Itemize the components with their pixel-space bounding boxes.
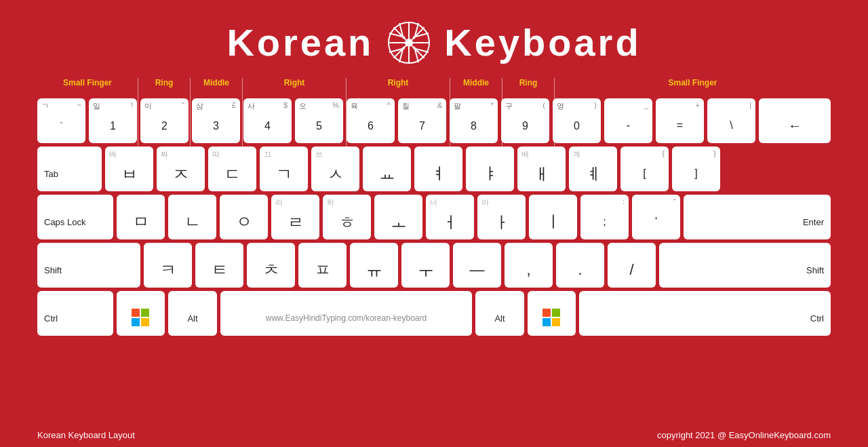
key-quote[interactable]: " ' — [632, 195, 680, 239]
key-ctrl-right[interactable]: Ctrl — [579, 291, 831, 336]
key-win-right[interactable] — [528, 291, 576, 336]
key-0[interactable]: 영) 0 — [553, 98, 601, 143]
footer-left: Korean Keyboard Layout — [37, 430, 135, 440]
key-o[interactable]: 배 ㅐ — [517, 147, 566, 191]
svg-line-9 — [394, 45, 406, 58]
key-k[interactable]: 아 ㅏ — [477, 195, 526, 239]
key-y[interactable]: ㅛ — [363, 147, 411, 191]
key-q[interactable]: 배 ㅂ — [105, 147, 153, 191]
svg-rect-20 — [132, 318, 140, 326]
key-j[interactable]: 너 ㅓ — [426, 195, 474, 239]
key-w[interactable]: 짜 ㅈ — [157, 147, 205, 191]
windows-logo-left — [132, 309, 151, 328]
svg-rect-23 — [552, 309, 560, 317]
key-4[interactable]: 사$ 4 — [243, 98, 292, 143]
svg-rect-18 — [132, 309, 140, 317]
key-minus[interactable]: _ - — [604, 98, 652, 143]
label-middle-right: Middle — [450, 78, 502, 96]
bottom-row: Ctrl Alt www.EasyHindiTyping.com/korean-… — [37, 291, 831, 336]
key-alt-left[interactable]: Alt — [168, 291, 217, 336]
key-p[interactable]: 계 ㅖ — [569, 147, 617, 191]
svg-rect-21 — [141, 318, 149, 326]
key-h[interactable]: ㅗ — [374, 195, 422, 239]
qwerty-row: Tab 배 ㅂ 짜 ㅈ 따 ㄷ 끄 ㄱ 쓰 ㅅ ㅛ ㅕ — [37, 147, 831, 191]
key-tab[interactable]: Tab — [37, 147, 102, 191]
key-i[interactable]: ㅑ — [466, 147, 514, 191]
key-alt-right[interactable]: Alt — [475, 291, 524, 336]
key-v[interactable]: ㅍ — [298, 243, 347, 288]
label-right-2: Right — [347, 78, 450, 96]
key-f[interactable]: 리 ㄹ — [271, 195, 319, 239]
key-1[interactable]: 일! 1 — [89, 98, 137, 143]
key-t[interactable]: 쓰 ㅅ — [311, 147, 359, 191]
key-semicolon[interactable]: : ; — [580, 195, 629, 239]
key-backspace[interactable]: ← — [759, 98, 831, 143]
key-ctrl-left[interactable]: Ctrl — [37, 291, 113, 336]
key-l[interactable]: ㅣ — [529, 195, 577, 239]
key-shift-left[interactable]: Shift — [37, 243, 140, 288]
key-a[interactable]: ㅁ — [117, 195, 165, 239]
key-9[interactable]: 구( 9 — [501, 98, 549, 143]
key-slash[interactable]: / — [608, 243, 656, 288]
key-z[interactable]: ㅋ — [144, 243, 192, 288]
key-n[interactable]: ㅜ — [401, 243, 450, 288]
svg-rect-24 — [542, 318, 551, 326]
label-middle-left: Middle — [191, 78, 242, 96]
title-area: Korean — [0, 0, 868, 64]
key-u[interactable]: ㅕ — [414, 147, 462, 191]
key-b[interactable]: ㅠ — [350, 243, 398, 288]
svg-rect-19 — [141, 309, 149, 317]
label-small-finger-right: Small Finger — [555, 78, 831, 96]
label-right-1: Right — [243, 78, 346, 96]
keyboard-container: Small Finger Ring Middle Right Right Mid… — [0, 78, 868, 336]
wheel-icon — [387, 21, 431, 64]
key-win-left[interactable] — [117, 291, 165, 336]
key-backslash[interactable]: | \ — [707, 98, 755, 143]
key-comma[interactable]: , — [505, 243, 553, 288]
key-x[interactable]: ㅌ — [195, 243, 243, 288]
key-equals[interactable]: + = — [656, 98, 704, 143]
key-8[interactable]: 팔* 8 — [450, 98, 498, 143]
key-period[interactable]: . — [556, 243, 604, 288]
key-d[interactable]: ㅇ — [220, 195, 268, 239]
key-6[interactable]: 육^ 6 — [347, 98, 395, 143]
label-ring-right: Ring — [502, 78, 554, 96]
shift-row: Shift ㅋ ㅌ ㅊ ㅍ ㅠ ㅜ — — [37, 243, 831, 288]
key-space[interactable]: www.EasyHindiTyping.com/korean-keyboard — [220, 291, 472, 336]
svg-rect-22 — [542, 309, 551, 317]
key-s[interactable]: ㄴ — [168, 195, 216, 239]
key-bracket-open[interactable]: { [ — [620, 147, 669, 191]
key-enter[interactable]: Enter — [684, 195, 831, 239]
svg-point-1 — [405, 39, 413, 47]
number-row: ㄱ~ ` 일! 1 이" 2 삼£ 3 사$ 4 오% 5 육^ — [37, 98, 831, 143]
title-right: Keyboard — [444, 20, 641, 64]
svg-line-8 — [412, 27, 425, 39]
svg-rect-25 — [552, 318, 560, 326]
key-r[interactable]: 끄 ㄱ — [260, 147, 308, 191]
windows-logo-right — [542, 309, 561, 328]
caps-lock-label: Caps Lock — [41, 207, 109, 237]
key-e[interactable]: 따 ㄷ — [208, 147, 256, 191]
key-3[interactable]: 삼£ 3 — [192, 98, 240, 143]
key-shift-right[interactable]: Shift — [659, 243, 831, 288]
footer: Korean Keyboard Layout copyright 2021 @ … — [0, 430, 868, 440]
label-ring-left: Ring — [138, 78, 190, 96]
label-small-finger-left: Small Finger — [37, 78, 138, 96]
key-2[interactable]: 이" 2 — [140, 98, 189, 143]
title-left: Korean — [226, 20, 374, 64]
key-caps-lock[interactable]: Caps Lock — [37, 195, 113, 239]
key-5[interactable]: 오% 5 — [295, 98, 343, 143]
footer-right: copyright 2021 @ EasyOnlineKeyboard.com — [657, 430, 831, 440]
space-url: www.EasyHindiTyping.com/korean-keyboard — [224, 303, 468, 333]
key-g[interactable]: 히 ㅎ — [323, 195, 371, 239]
home-row: Caps Lock ㅁ ㄴ ㅇ 리 ㄹ 히 ㅎ ㅗ 너 ㅓ — [37, 195, 831, 239]
key-bracket-close[interactable]: } ] — [672, 147, 720, 191]
key-backtick[interactable]: ㄱ~ ` — [37, 98, 85, 143]
key-c[interactable]: ㅊ — [247, 243, 295, 288]
key-m[interactable]: — — [453, 243, 501, 288]
key-7[interactable]: 칠& 7 — [398, 98, 446, 143]
svg-line-7 — [412, 45, 425, 58]
svg-line-6 — [394, 27, 406, 39]
